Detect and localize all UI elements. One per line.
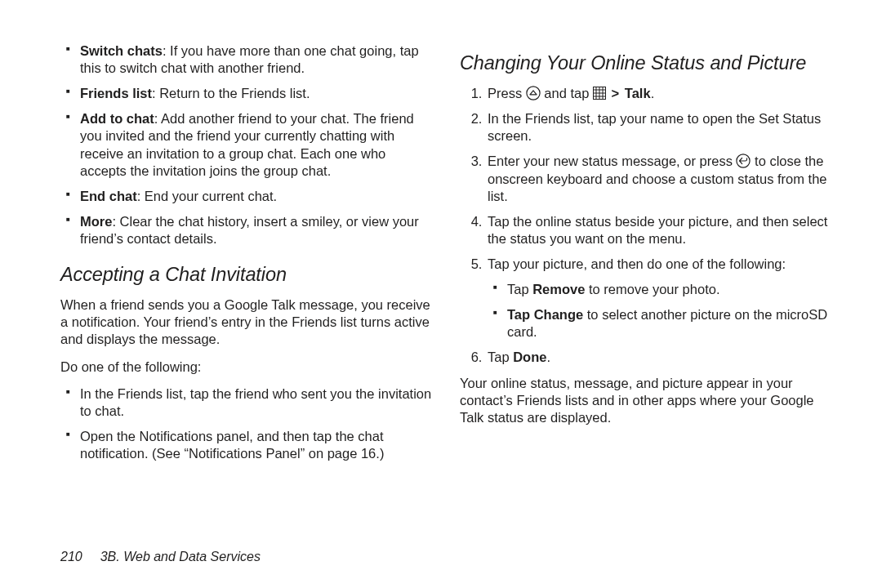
separator: >	[612, 86, 620, 100]
body-text: Tap	[507, 282, 532, 296]
term-more: More	[80, 214, 112, 229]
list-item: Press and tap > Talk.	[486, 85, 835, 102]
home-icon	[526, 86, 541, 100]
left-column: Switch chats: If you have more than one …	[60, 42, 435, 537]
term-end-chat: End chat	[80, 189, 137, 203]
step-text: Tap your picture, and then do one of the…	[488, 256, 786, 271]
list-item: More: Clear the chat history, insert a s…	[60, 213, 435, 247]
term-add-to-chat: Add to chat	[80, 111, 154, 126]
step-text: Press	[488, 86, 526, 100]
body-text: : End your current chat.	[137, 189, 278, 203]
body-text: to remove your photo.	[585, 282, 719, 296]
step-text: and tap	[541, 86, 593, 100]
list-item: Friends list: Return to the Friends list…	[60, 85, 435, 102]
step-text: .	[546, 350, 550, 364]
list-item: In the Friends list, tap your name to op…	[486, 110, 835, 145]
list-item: End chat: End your current chat.	[60, 188, 435, 205]
remove-label: Remove	[532, 282, 585, 296]
body-text: In the Friends list, tap the friend who …	[80, 386, 431, 418]
step-text: .	[651, 86, 655, 100]
step-text: Tap the online status beside your pictur…	[488, 214, 827, 246]
heading-accepting: Accepting a Chat Invitation	[60, 262, 435, 287]
list-item: Enter your new status message, or press …	[486, 153, 835, 204]
app-grid-icon	[593, 87, 606, 100]
step-text: In the Friends list, tap your name to op…	[488, 111, 821, 143]
term-switch-chats: Switch chats	[80, 43, 163, 58]
term-friends-list: Friends list	[80, 86, 152, 100]
do-one-label: Do one of the following:	[60, 359, 435, 376]
talk-label: Talk	[625, 86, 651, 100]
list-item: Add to chat: Add another friend to your …	[60, 110, 435, 179]
status-steps-list: Press and tap > Talk. In the Friends lis…	[460, 85, 835, 366]
section-label: 3B. Web and Data Services	[100, 549, 261, 565]
list-item: Tap Done.	[486, 349, 835, 366]
change-label: Tap Change	[507, 307, 583, 322]
step5-sublist: Tap Remove to remove your photo. Tap Cha…	[488, 281, 835, 341]
list-item: Tap Change to select another picture on …	[488, 306, 835, 341]
chat-options-list: Switch chats: If you have more than one …	[60, 42, 435, 247]
list-item: Open the Notifications panel, and then t…	[60, 428, 435, 462]
accept-paragraph: When a friend sends you a Google Talk me…	[60, 296, 435, 348]
manual-page: Switch chats: If you have more than one …	[0, 0, 882, 588]
page-number: 210	[60, 549, 82, 565]
list-item: Switch chats: If you have more than one …	[60, 42, 435, 77]
body-text: : Return to the Friends list.	[152, 86, 310, 100]
two-column-layout: Switch chats: If you have more than one …	[60, 42, 835, 537]
list-item: In the Friends list, tap the friend who …	[60, 385, 435, 420]
page-footer: 210 3B. Web and Data Services	[60, 549, 835, 565]
list-item: Tap your picture, and then do one of the…	[486, 256, 835, 341]
back-icon	[736, 154, 751, 168]
step-text: Enter your new status message, or press	[488, 154, 736, 168]
list-item: Tap the online status beside your pictur…	[486, 213, 835, 247]
body-text: : Clear the chat history, insert a smile…	[80, 214, 419, 246]
done-label: Done	[513, 350, 546, 364]
list-item: Tap Remove to remove your photo.	[488, 281, 835, 298]
body-text: Open the Notifications panel, and then t…	[80, 429, 384, 461]
do-one-list: In the Friends list, tap the friend who …	[60, 385, 435, 462]
right-column: Changing Your Online Status and Picture …	[460, 42, 835, 537]
svg-point-0	[527, 87, 540, 100]
closing-paragraph: Your online status, message, and picture…	[460, 375, 835, 426]
step-text: Tap	[488, 350, 513, 364]
heading-changing-status: Changing Your Online Status and Picture	[460, 51, 835, 75]
